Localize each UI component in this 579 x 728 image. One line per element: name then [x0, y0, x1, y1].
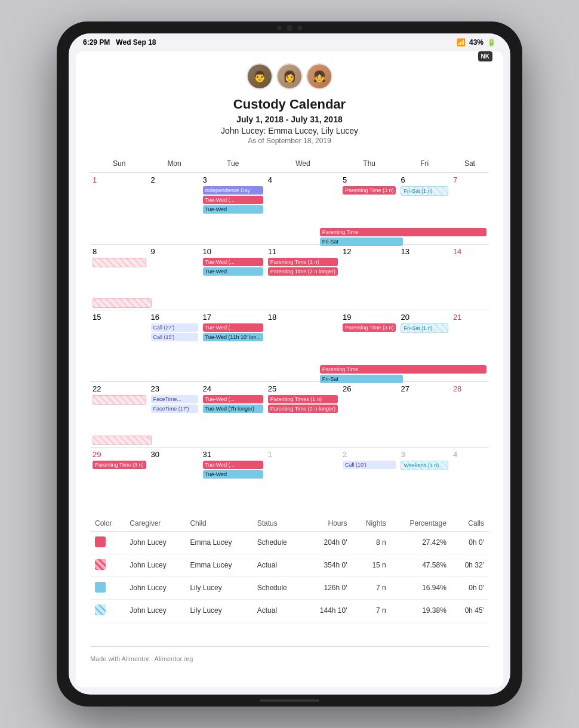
status-time: 6:29 PM Wed Sep 18	[83, 38, 156, 47]
day-num-21: 21	[453, 313, 486, 322]
event-parenting-19: Parenting Time (3 n)	[343, 323, 396, 332]
avatar-img-2: 👩	[278, 64, 301, 88]
day-num-24: 24	[203, 384, 263, 393]
stats-nights-3: 7 n	[352, 576, 390, 599]
cal-week-3-span: Parenting Time Fri-Sat	[90, 364, 489, 382]
day-16: 16 Call (27') Call (15')	[149, 310, 201, 364]
avatar-1: 👨	[247, 63, 273, 90]
stats-status-4: Actual	[252, 599, 304, 622]
event-call-27: Call (27')	[151, 323, 198, 332]
stats-color-4	[90, 599, 125, 622]
cal-week-4: 22 23 FaceTime... FaceTime (17') 24 Tue-…	[90, 382, 489, 436]
battery-icon: 🔋	[487, 38, 496, 47]
stats-nights-4: 7 n	[352, 599, 390, 622]
stats-col-child: Child	[185, 516, 252, 532]
event-parenting-11: Parenting Time (1 n)	[268, 258, 338, 266]
avatar-3: 👧	[306, 63, 332, 90]
day-num-9: 9	[151, 247, 198, 256]
day-31: 31 Tue-Wed (... Tue-Wed	[201, 448, 266, 501]
day-num-13: 13	[401, 247, 448, 256]
day-14: 14	[451, 245, 489, 298]
day-num-19: 19	[343, 313, 396, 322]
stats-row-1: John Lucey Emma Lucey Schedule 204h 0' 8…	[90, 531, 489, 554]
app-title: Custody Calendar	[90, 97, 489, 112]
day-26: 26	[340, 382, 399, 436]
day-num-3: 3	[203, 175, 263, 184]
stats-status-1: Schedule	[252, 531, 304, 554]
day-10: 10 Tue-Wed (... Tue-Wed	[201, 245, 266, 298]
day-aug-3: 3 Weekend (1 n)	[398, 448, 450, 501]
day-num-4: 4	[268, 175, 338, 184]
stats-calls-1: 0h 0'	[451, 531, 489, 554]
day-aug-2: 2 Call (10')	[340, 448, 399, 501]
stats-pct-3: 16.94%	[391, 576, 451, 599]
event-facetime-23: FaceTime...	[151, 395, 198, 403]
event-parenting-25: Parenting Times (1 n)	[268, 395, 338, 403]
day-num-17: 17	[203, 313, 263, 322]
day-27: 27	[398, 382, 450, 436]
nk-badge: NK	[478, 51, 492, 61]
day-num-14: 14	[453, 247, 486, 256]
day-num-aug-4: 4	[453, 450, 486, 459]
day-num-25: 25	[268, 384, 338, 393]
day-30: 30	[149, 448, 201, 501]
subtitle: John Lucey: Emma Lucey, Lily Lucey	[90, 126, 489, 135]
stats-hours-2: 354h 0'	[304, 554, 352, 576]
stats-hours-1: 204h 0'	[304, 531, 352, 554]
cal-week-5: 29 Parenting Time (3 n) 30 31 Tue-Wed (.…	[90, 448, 489, 501]
day-num-26: 26	[343, 384, 396, 393]
day-3: 3 Independence Day Tue-Wed (... Tue-Wed	[201, 173, 266, 227]
cal-week-4-cont	[90, 436, 489, 448]
avatar-group: 👨 👩 👧	[90, 63, 489, 90]
col-thu: Thu	[340, 157, 399, 173]
day-num-23: 23	[151, 384, 198, 393]
calendar-header-row: Sun Mon Tue Wed Thu Fri Sat	[90, 157, 489, 173]
stats-color-3	[90, 576, 125, 599]
day-11: 11 Parenting Time (1 n) Parenting Time (…	[266, 245, 340, 298]
event-facetime-17: FaceTime (17')	[151, 405, 198, 413]
device-screen: 6:29 PM Wed Sep 18 📶 43% 🔋 NK 👨	[69, 33, 510, 695]
event-tue-wed-10b: Tue-Wed	[203, 267, 263, 276]
stats-calls-4: 0h 45'	[451, 599, 489, 622]
avatar-img-3: 👧	[307, 64, 331, 88]
day-aug-4: 4	[451, 448, 489, 501]
stats-col-color: Color	[90, 516, 125, 532]
stats-calls-2: 0h 32'	[451, 554, 489, 576]
stats-table: Color Caregiver Child Status Hours Night…	[90, 516, 489, 622]
day-num-29: 29	[93, 450, 146, 459]
stats-pct-2: 47.58%	[391, 554, 451, 576]
day-num-2: 2	[151, 175, 198, 184]
stats-col-nights: Nights	[352, 516, 390, 532]
event-tue-wed-17b: Tue-Wed (11h 10' lon...	[203, 333, 263, 341]
date-display: Wed Sep 18	[116, 38, 156, 47]
footer-text: Made with Alimentor · Alimentor.org	[90, 655, 193, 662]
stats-caregiver-3: John Lucey	[125, 576, 185, 599]
day-num-11: 11	[268, 247, 338, 256]
cal-week-2-cont	[90, 298, 489, 310]
status-bar: 6:29 PM Wed Sep 18 📶 43% 🔋	[69, 33, 510, 51]
day-18: 18	[266, 310, 340, 364]
day-num-27: 27	[401, 384, 448, 393]
day-num-16: 16	[151, 313, 198, 322]
day-4: 4	[266, 173, 340, 227]
day-29: 29 Parenting Time (3 n)	[90, 448, 149, 501]
day-num-28: 28	[453, 384, 486, 393]
time-display: 6:29 PM	[83, 38, 110, 47]
camera-lens	[287, 25, 292, 31]
day-num-15: 15	[93, 313, 146, 322]
event-tue-wed-24: Tue-Wed (...	[203, 395, 263, 403]
event-fri-sat-wide-3: Fri-Sat	[320, 375, 403, 383]
day-7: 7	[451, 173, 489, 227]
day-22: 22	[90, 382, 149, 436]
day-num-aug-2: 2	[343, 450, 396, 459]
as-of-date: As of September 18, 2019	[90, 137, 489, 145]
day-1: 1	[90, 173, 149, 227]
stats-header-row: Color Caregiver Child Status Hours Night…	[90, 516, 489, 532]
stats-row-3: John Lucey Lily Lucey Schedule 126h 0' 7…	[90, 576, 489, 599]
col-fri: Fri	[398, 157, 450, 173]
stats-calls-3: 0h 0'	[451, 576, 489, 599]
stats-caregiver-4: John Lucey	[125, 599, 185, 622]
day-24: 24 Tue-Wed (... Tue-Wed (7h longer)	[201, 382, 266, 436]
event-weekend-3: Weekend (1 n)	[401, 461, 448, 470]
day-17: 17 Tue-Wed (... Tue-Wed (11h 10' lon...	[201, 310, 266, 364]
